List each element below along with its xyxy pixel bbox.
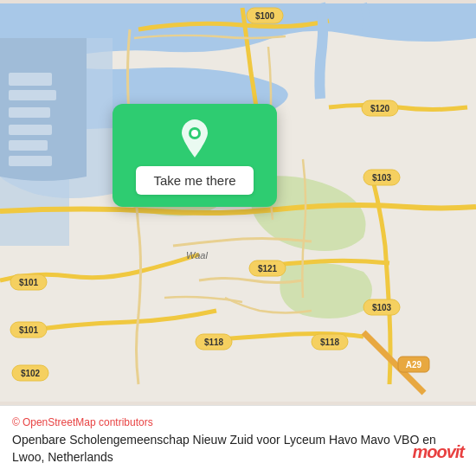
copyright-symbol: © xyxy=(12,416,20,428)
svg-rect-7 xyxy=(9,156,52,166)
moovit-logo-text: moovit xyxy=(412,442,464,462)
svg-rect-4 xyxy=(9,107,50,118)
svg-text:$101: $101 xyxy=(19,278,39,287)
info-bar: © OpenStreetMap contributors Openbare Sc… xyxy=(0,405,476,476)
osm-credit: © OpenStreetMap contributors xyxy=(12,416,464,428)
take-me-there-button[interactable]: Take me there xyxy=(136,166,253,195)
svg-text:$121: $121 xyxy=(258,264,278,273)
pin-icon xyxy=(179,119,210,158)
svg-text:$103: $103 xyxy=(372,303,392,312)
svg-text:$118: $118 xyxy=(204,338,224,347)
svg-rect-5 xyxy=(9,125,52,135)
svg-rect-2 xyxy=(9,73,52,86)
svg-text:$102: $102 xyxy=(21,369,41,378)
svg-rect-6 xyxy=(9,140,48,151)
moovit-logo: moovit xyxy=(412,442,464,462)
svg-text:$101: $101 xyxy=(19,325,39,335)
svg-rect-3 xyxy=(9,90,56,100)
svg-text:$118: $118 xyxy=(320,338,340,347)
osm-credit-text: OpenStreetMap contributors xyxy=(23,416,153,428)
svg-text:$103: $103 xyxy=(372,173,392,183)
location-title: Openbare Scholengemeenschap Nieuw Zuid v… xyxy=(12,432,464,466)
svg-text:$120: $120 xyxy=(370,104,390,113)
svg-text:Waal: Waal xyxy=(186,250,208,261)
app-container: $100 $120 $103 $121 $101 $101 $102 $118 … xyxy=(0,0,476,476)
svg-point-36 xyxy=(191,130,198,137)
map-area: $100 $120 $103 $121 $101 $101 $102 $118 … xyxy=(0,0,476,405)
svg-text:A29: A29 xyxy=(406,360,422,370)
svg-text:$100: $100 xyxy=(255,11,275,21)
location-card: Take me there xyxy=(113,104,277,207)
